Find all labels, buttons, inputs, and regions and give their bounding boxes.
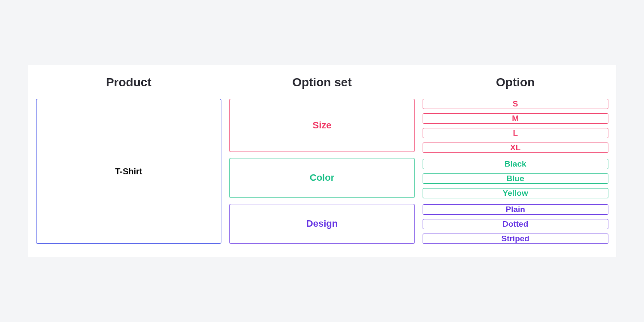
optionset-box: Color — [229, 158, 415, 198]
optionset-box: Design — [229, 204, 415, 244]
option-group: SMLXL — [423, 99, 608, 153]
optionset-column: Option set SizeColorDesign — [229, 76, 415, 244]
product-box: T-Shirt — [36, 99, 222, 244]
option-group: BlackBlueYellow — [423, 159, 608, 198]
option-box: Yellow — [423, 188, 608, 198]
option-box: Black — [423, 159, 608, 169]
option-box: XL — [423, 143, 608, 153]
option-box: Striped — [423, 234, 608, 244]
optionset-header: Option set — [229, 76, 415, 89]
option-box: Blue — [423, 173, 608, 184]
option-column: Option SMLXLBlackBlueYellowPlainDottedSt… — [423, 76, 608, 244]
option-box: L — [423, 128, 608, 138]
option-box: S — [423, 99, 608, 109]
option-box: Dotted — [423, 219, 608, 229]
option-box: Plain — [423, 204, 608, 215]
product-header: Product — [36, 76, 222, 89]
option-box: M — [423, 113, 608, 124]
product-column: Product T-Shirt — [36, 76, 222, 244]
columns-wrapper: Product T-Shirt Option set SizeColorDesi… — [36, 76, 608, 244]
diagram-card: Product T-Shirt Option set SizeColorDesi… — [28, 65, 616, 257]
option-header: Option — [423, 76, 608, 89]
optionset-list: SizeColorDesign — [229, 99, 415, 244]
optionset-box: Size — [229, 99, 415, 152]
option-list: SMLXLBlackBlueYellowPlainDottedStriped — [423, 99, 608, 244]
option-group: PlainDottedStriped — [423, 204, 608, 244]
